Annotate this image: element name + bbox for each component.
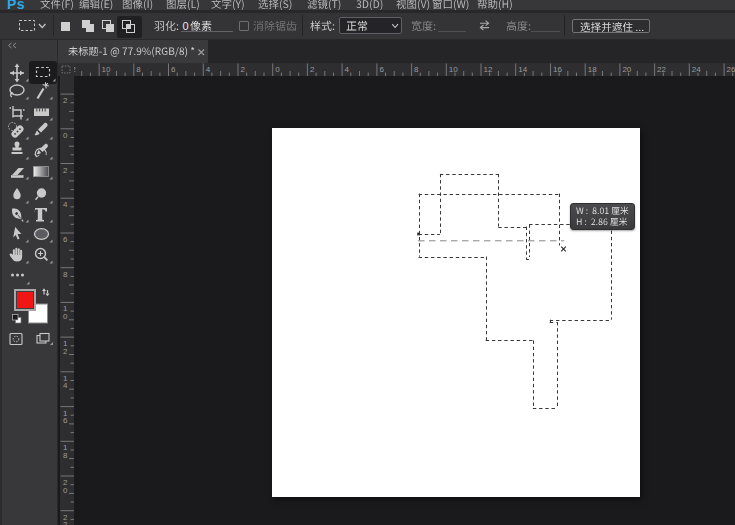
svg-text:12: 12: [63, 339, 68, 356]
svg-text:2: 2: [63, 166, 68, 175]
svg-text:20: 20: [622, 65, 631, 74]
svg-text:4: 4: [63, 200, 68, 209]
svg-text:22: 22: [63, 513, 68, 525]
svg-text:14: 14: [518, 65, 527, 74]
svg-text:2: 2: [310, 65, 315, 74]
svg-text:2: 2: [241, 65, 246, 74]
svg-text:10: 10: [102, 65, 111, 74]
svg-text:4: 4: [345, 65, 350, 74]
svg-text:6: 6: [379, 65, 384, 74]
svg-text:6: 6: [171, 65, 176, 74]
svg-text:18: 18: [588, 65, 597, 74]
svg-text:6: 6: [63, 235, 68, 244]
svg-text:14: 14: [63, 374, 68, 391]
svg-text:26: 26: [727, 65, 735, 74]
svg-text:24: 24: [692, 65, 701, 74]
svg-text:12: 12: [484, 65, 493, 74]
svg-text:20: 20: [63, 478, 68, 495]
svg-text:4: 4: [206, 65, 211, 74]
svg-text:18: 18: [63, 443, 68, 460]
svg-text:8: 8: [414, 65, 419, 74]
svg-text:16: 16: [63, 409, 68, 426]
svg-text:22: 22: [657, 65, 666, 74]
svg-text:16: 16: [553, 65, 562, 74]
svg-text:8: 8: [63, 270, 68, 279]
svg-text:10: 10: [449, 65, 458, 74]
svg-text:2: 2: [63, 96, 68, 105]
svg-text:8: 8: [136, 65, 141, 74]
svg-text:10: 10: [63, 304, 68, 321]
svg-text:0: 0: [63, 131, 68, 140]
svg-text:0: 0: [275, 65, 280, 74]
